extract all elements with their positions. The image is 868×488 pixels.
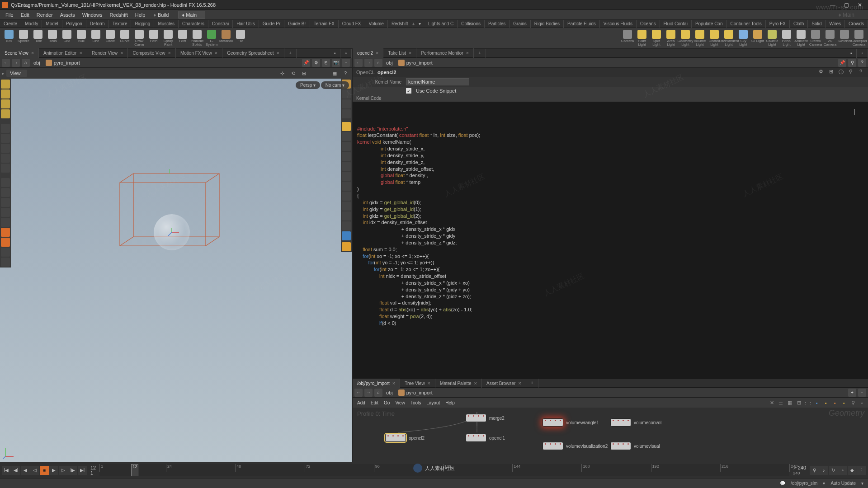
pane-menu-icon[interactable]: ▪: [330, 49, 341, 58]
forward-button[interactable]: →: [12, 59, 20, 67]
note-icon[interactable]: ▪: [822, 399, 830, 407]
tab-render-view[interactable]: Render View×: [87, 48, 128, 58]
shelf-tube[interactable]: Tube: [31, 30, 45, 47]
home-icon[interactable]: ⌂: [22, 59, 30, 67]
shelf-tab-fluid-contai[interactable]: Fluid Contai: [660, 20, 692, 28]
menu-render[interactable]: Render: [33, 10, 57, 20]
home-icon[interactable]: ⌂: [374, 389, 382, 397]
tab-composite-view[interactable]: Composite View×: [128, 48, 176, 58]
loop-icon[interactable]: ↻: [829, 466, 838, 475]
node-volumeconvol[interactable]: volumeconvol: [610, 418, 661, 427]
shelf-tab-characters[interactable]: Characters: [179, 20, 208, 28]
node-volumewrangle1[interactable]: volumewrangle1: [542, 418, 599, 427]
shelf-point-light[interactable]: Point Light: [635, 30, 649, 47]
netbox-icon[interactable]: ▪: [840, 399, 848, 407]
tab-opencl2[interactable]: opencl2×: [353, 48, 383, 58]
radial-menu-selector[interactable]: ♦ Main: [178, 11, 206, 19]
step-fwd-button[interactable]: ▷: [59, 466, 68, 475]
shelf-spot-light[interactable]: Spot Light: [649, 30, 664, 47]
path-obj[interactable]: obj: [32, 60, 42, 66]
tab-animation-editor[interactable]: Animation Editor×: [39, 48, 87, 58]
shelf-tab-deform[interactable]: Deform: [86, 20, 109, 28]
shelf-volume-light[interactable]: Volume Light: [693, 30, 707, 47]
menu-file[interactable]: File: [2, 10, 17, 20]
shelf-line[interactable]: Line: [89, 30, 103, 47]
tab-performance-monitor[interactable]: Performance Monitor×: [416, 48, 474, 58]
network-menu-help[interactable]: Help: [443, 400, 458, 405]
shelf-tab-solid[interactable]: Solid: [808, 20, 826, 28]
shelf-environment-light[interactable]: Environment Light: [722, 30, 736, 47]
shelf-draw-curve[interactable]: Draw Curve: [132, 30, 146, 47]
shelf-sphere[interactable]: Sphere: [16, 30, 31, 47]
network-view[interactable]: Profile 0: Time Geometry merge2opencl2op…: [353, 408, 868, 462]
forward-button[interactable]: →: [364, 389, 373, 397]
shelf-tab-modify[interactable]: Modify: [21, 20, 42, 28]
add-tab[interactable]: +: [526, 379, 538, 388]
desktop-selector[interactable]: ♦Build: [153, 12, 169, 18]
network-menu-add[interactable]: Add: [354, 400, 368, 405]
search-icon[interactable]: ⚲: [849, 399, 857, 407]
back-button[interactable]: ←: [2, 59, 10, 67]
last-frame-button[interactable]: ▶I: [78, 466, 87, 475]
shelf-tab-terrain-fx[interactable]: Terrain FX: [310, 20, 339, 28]
shelf-geometry-light[interactable]: Geometry Light: [678, 30, 693, 47]
stop-button[interactable]: ■: [40, 466, 49, 475]
network-menu-tools[interactable]: Tools: [408, 400, 424, 405]
overview-icon[interactable]: ▫: [858, 399, 866, 407]
shelf-ambient-light[interactable]: Ambient Light: [794, 30, 808, 47]
tab-take-list[interactable]: Take List×: [383, 48, 416, 58]
shelf-area-light[interactable]: Area Light: [664, 30, 678, 47]
menu-help[interactable]: Help: [132, 10, 149, 20]
tab-tree-view[interactable]: Tree View×: [400, 379, 435, 388]
kernel-code-editor[interactable]: #include "interpolate.h"float lerpConsta…: [353, 102, 868, 379]
shelf-camera[interactable]: Camera: [620, 30, 635, 47]
shelf-tab-lights-and-c[interactable]: Lights and C: [425, 20, 458, 28]
shelf-font[interactable]: Font: [175, 30, 190, 47]
range-icon[interactable]: ▫: [838, 466, 847, 475]
shelf-tab-texture[interactable]: Texture: [109, 20, 132, 28]
view-mode-selector[interactable]: View: [6, 70, 27, 77]
path-obj[interactable]: obj: [384, 60, 395, 66]
options-icon[interactable]: ⋮: [857, 466, 866, 475]
construction-plane-icon[interactable]: ⊞: [299, 69, 308, 78]
shelf-tab-redshift[interactable]: Redshift: [388, 20, 412, 28]
status-path[interactable]: /obj/pyro_sim: [788, 481, 820, 486]
shelf-circle[interactable]: Circle: [103, 30, 118, 47]
network-menu-view[interactable]: View: [392, 400, 408, 405]
shelf-tab-volume[interactable]: Volume: [365, 20, 388, 28]
menu-edit[interactable]: Edit: [17, 10, 33, 20]
search-icon[interactable]: ⚲: [847, 69, 854, 76]
menu-windows[interactable]: Windows: [79, 10, 106, 20]
snap-icon[interactable]: ⊹: [278, 69, 287, 78]
shelf-tab-populate-con[interactable]: Populate Con: [692, 20, 727, 28]
shelf-tab-cloud-fx[interactable]: Cloud FX: [339, 20, 365, 28]
shelf-tab-container-tools[interactable]: Container Tools: [726, 20, 765, 28]
shelf-tab-rigging[interactable]: Rigging: [131, 20, 154, 28]
filter-icon[interactable]: ⊞: [827, 69, 835, 76]
info-icon[interactable]: ⓘ: [837, 69, 844, 76]
shelf-caustic-light[interactable]: Caustic Light: [765, 30, 779, 47]
network-menu-layout[interactable]: Layout: [424, 400, 443, 405]
key-icon[interactable]: ◆: [848, 466, 857, 475]
expand-icon[interactable]: ▫: [342, 59, 350, 67]
search-icon[interactable]: ⚲: [848, 59, 856, 67]
shelf-tab-constrai[interactable]: Constrai: [208, 20, 233, 28]
shelf-tab-particle-fluids[interactable]: Particle Fluids: [564, 20, 600, 28]
shelf-tab-viscous-fluids[interactable]: Viscous Fluids: [600, 20, 637, 28]
auto-update-selector[interactable]: Auto Update: [828, 481, 859, 486]
shelf-tab-cloth[interactable]: Cloth: [790, 20, 808, 28]
shelf-spray-paint[interactable]: Spray Paint: [161, 30, 175, 47]
next-key-button[interactable]: I▶: [68, 466, 77, 475]
shelf-tab-rigid-bodies[interactable]: Rigid Bodies: [531, 20, 564, 28]
tab-motion-fx-view[interactable]: Motion FX View×: [176, 48, 222, 58]
pin-icon[interactable]: 📌: [302, 59, 310, 67]
shelf-tab-hair-utils[interactable]: Hair Utils: [233, 20, 259, 28]
node-volumevisualization2[interactable]: volumevisualization2: [542, 442, 608, 450]
shelf-tab-polygon[interactable]: Polygon: [62, 20, 86, 28]
dots-icon[interactable]: ⋮⋮: [804, 399, 812, 407]
network-menu-go[interactable]: Go: [381, 400, 392, 405]
tab-scene-view[interactable]: Scene View×: [0, 48, 39, 58]
layout-icon[interactable]: ▦: [786, 399, 794, 407]
tab-material-palette[interactable]: Material Palette×: [435, 379, 482, 388]
gear-icon[interactable]: ⚙: [312, 59, 320, 67]
